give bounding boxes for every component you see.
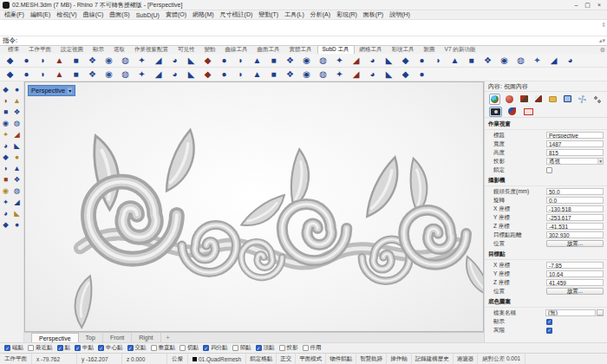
sidebar-tool-icon[interactable]: ◢ <box>11 128 23 140</box>
menu-mesh[interactable]: 網格(M) <box>193 10 214 19</box>
menu-view[interactable]: 檢視(V) <box>56 10 76 19</box>
toolbar-icon[interactable]: ◆ <box>397 55 414 67</box>
command-scroll-icon[interactable]: ⇕ <box>601 22 606 29</box>
toolbar-tab-solid-tools[interactable]: 實體工具 <box>285 46 317 54</box>
toolbar-icon[interactable]: ✦ <box>134 68 150 81</box>
grayscale-checkbox[interactable] <box>546 328 552 334</box>
menu-transform[interactable]: 變動(T) <box>258 10 278 19</box>
tab-display[interactable] <box>562 94 573 105</box>
checkbox-icon[interactable] <box>28 345 34 351</box>
target-place-button[interactable]: 放置... <box>546 288 604 296</box>
tab-folder[interactable] <box>548 94 559 105</box>
cplane-button[interactable]: 工作平面 <box>0 354 32 364</box>
toolbar-icon[interactable]: ◕ <box>364 55 381 67</box>
toolbar-icon[interactable]: ■ <box>265 68 282 81</box>
menu-help[interactable]: 說明(H) <box>389 10 410 19</box>
sidebar-tool-icon[interactable]: ◕ <box>0 207 11 218</box>
toolbar-icon[interactable]: ● <box>414 55 430 67</box>
gear-icon[interactable]: ⚙ <box>600 47 605 54</box>
toolbar-icon[interactable]: ❖ <box>282 55 298 67</box>
sidebar-tool-icon[interactable]: ◕ <box>0 140 11 151</box>
sidebar-tool-icon[interactable]: ❖ <box>11 173 23 185</box>
toolbar-icon[interactable]: ◕ <box>166 68 183 81</box>
toolbar-tab-curve-tools[interactable]: 曲線工具 <box>221 46 252 54</box>
tab-pen[interactable] <box>533 94 545 105</box>
checkbox-icon[interactable] <box>232 345 238 351</box>
toolbar-tab-render-tools[interactable]: 彩現工具 <box>388 46 419 54</box>
toolbar-tab-visibility[interactable]: 可見性 <box>173 46 199 54</box>
toolbar-icon[interactable]: ◆ <box>2 68 18 81</box>
toolbar-icon[interactable]: ◕ <box>166 55 183 67</box>
sidebar-tool-icon[interactable]: ▲ <box>11 162 23 173</box>
sidebar-tool-icon[interactable]: ✦ <box>0 196 11 207</box>
checkbox-icon[interactable] <box>203 345 209 351</box>
osnap-project[interactable]: 投影 <box>279 344 298 352</box>
tab-more[interactable] <box>591 94 603 105</box>
toolbar-icon[interactable]: ◆ <box>2 55 18 67</box>
sidebar-tool-icon[interactable]: ◆ <box>0 83 11 94</box>
height-field[interactable]: 815 <box>546 149 604 156</box>
sidebar-tool-icon[interactable]: ■ <box>0 106 11 117</box>
menu-analyze[interactable]: 分析(A) <box>310 10 330 19</box>
toolbar-icon[interactable]: ◗ <box>232 55 249 67</box>
toolbar-icon[interactable]: ▲ <box>51 55 68 67</box>
osnap-mid[interactable]: 中點 <box>75 344 94 352</box>
osnap-vertex[interactable]: 頂點 <box>256 344 275 352</box>
toolbar-icon[interactable]: ◣ <box>183 55 199 67</box>
target-y-field[interactable]: 10.64 <box>546 270 604 277</box>
toolbar-tab-cplane[interactable]: 工作平面 <box>24 46 55 54</box>
toolbar-tab-subd-tools[interactable]: SubD 工具 <box>317 45 355 54</box>
viewport-tab-perspective[interactable]: Perspective <box>31 333 79 342</box>
menu-render[interactable]: 彩現(R) <box>336 10 357 19</box>
toolbar-icon[interactable]: ◗ <box>232 68 249 81</box>
camera-y-field[interactable]: -253.617 <box>546 214 604 221</box>
toolbar-icon[interactable]: ◆ <box>199 55 216 67</box>
rotation-field[interactable]: 0.0 <box>546 197 604 204</box>
toolbar-tab-transform[interactable]: 變動 <box>200 46 220 54</box>
target-distance-field[interactable]: 302.930 <box>546 231 604 238</box>
menu-file[interactable]: 檔案(F) <box>4 10 24 19</box>
checkbox-icon[interactable] <box>303 345 309 351</box>
toolbar-tab-drafting[interactable]: 製圖 <box>420 46 440 54</box>
wallpaper-filename-field[interactable]: (無) <box>545 309 596 316</box>
toolbar-icon[interactable]: ◉ <box>298 68 315 81</box>
osnap-disable[interactable]: 停用 <box>303 344 322 352</box>
command-spinner-icon[interactable]: ▴▾ <box>599 37 605 44</box>
toolbar-icon[interactable]: ◢ <box>348 55 364 67</box>
menu-curve[interactable]: 曲線(C) <box>83 10 104 19</box>
checkbox-icon[interactable] <box>75 345 81 351</box>
checkbox-icon[interactable] <box>256 345 262 351</box>
browse-button[interactable]: ... <box>597 309 604 317</box>
command-history[interactable]: ⇕ <box>0 20 607 36</box>
toolbar-icon[interactable]: ▲ <box>249 55 265 67</box>
osnap-quadrant[interactable]: 四分點 <box>203 344 228 352</box>
sidebar-tool-icon[interactable]: ● <box>11 218 23 230</box>
units-label[interactable]: 公釐 <box>167 354 188 364</box>
toolbar-icon[interactable]: ◣ <box>381 68 397 81</box>
toolbar-tab-viewport-layout[interactable]: 作業視窗配置 <box>130 46 173 54</box>
viewport-tab-right[interactable]: Right <box>132 333 160 342</box>
toolbar-icon[interactable]: ◆ <box>397 68 414 81</box>
toolbar-icon[interactable]: ✦ <box>331 55 348 67</box>
toolbar-icon[interactable]: ● <box>414 68 430 81</box>
toolbar-icon[interactable]: ◣ <box>183 68 199 81</box>
toolbar-icon[interactable]: ✦ <box>134 55 150 67</box>
checkbox-icon[interactable] <box>151 345 157 351</box>
viewport-title-label[interactable]: Perspective ▾ <box>28 85 75 96</box>
toolbar-tab-set-view[interactable]: 設定視圖 <box>56 46 88 54</box>
toolbar-tab-mesh-tools[interactable]: 網格工具 <box>356 46 387 54</box>
command-line[interactable]: 指令: ▴▾ <box>0 36 607 46</box>
toolbar-icon[interactable]: ◢ <box>150 68 166 81</box>
toolbar-icon[interactable]: ◣ <box>381 55 397 67</box>
width-field[interactable]: 1487 <box>546 140 604 147</box>
sidebar-tool-icon[interactable]: ● <box>11 83 23 94</box>
toolbar-icon[interactable]: ◢ <box>348 68 364 81</box>
camera-place-button[interactable]: 放置... <box>546 240 604 248</box>
subtab-wallpaper[interactable] <box>522 107 535 117</box>
checkbox-icon[interactable] <box>179 345 186 351</box>
toolbar-icon[interactable]: ▲ <box>51 68 68 81</box>
toolbar-icon[interactable]: ◗ <box>35 68 51 81</box>
toolbar-icon[interactable]: ◍ <box>117 68 134 81</box>
toolbar-icon[interactable]: ◉ <box>101 68 117 81</box>
tab-material[interactable] <box>504 94 515 105</box>
